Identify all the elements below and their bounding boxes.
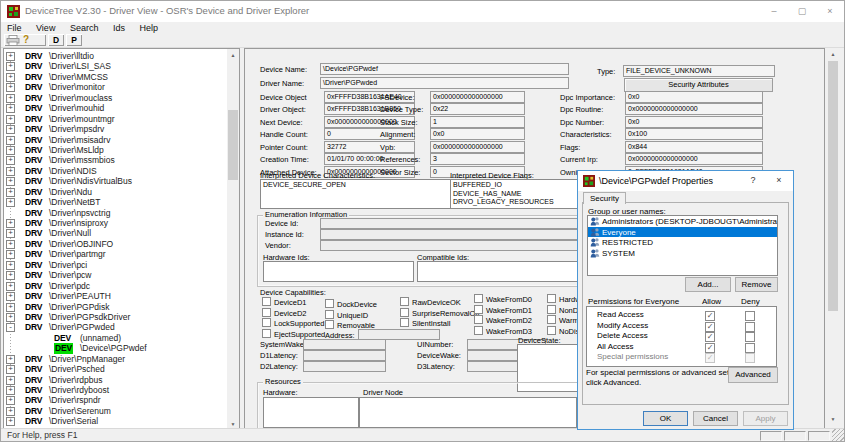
tree-row[interactable]: + DRV \Driver\Ndu — [4, 187, 227, 197]
resize-grip[interactable] — [832, 429, 844, 441]
checkbox-icon[interactable] — [547, 305, 556, 314]
tree-node-path[interactable]: \Driver\mssmbios — [49, 155, 115, 166]
tree-node-path[interactable]: \Driver\nsiproxy — [49, 218, 108, 229]
tree-node-path[interactable]: \Driver\PnpManager — [49, 354, 125, 365]
scroll-down-icon[interactable]: ▼ — [827, 413, 839, 425]
tree-node-path[interactable]: \Driver\MMCSS — [49, 72, 108, 83]
checkbox-icon[interactable] — [400, 308, 409, 317]
tree-node-path[interactable]: (unnamed) — [80, 333, 121, 344]
checkbox-icon[interactable] — [400, 297, 409, 306]
tree-expander-icon[interactable]: + — [6, 83, 15, 92]
tree-node-path[interactable]: \Driver\Ndu — [49, 187, 92, 198]
help-icon[interactable]: ? — [23, 35, 29, 45]
tree-row[interactable]: + DRV \Driver\PGPsdkDriver — [4, 312, 227, 322]
allow-checkbox-icon[interactable]: ✓ — [705, 322, 715, 332]
checkbox-icon[interactable] — [547, 294, 556, 303]
tree-node-path[interactable]: \Driver\NDIS — [49, 166, 97, 177]
tree-row[interactable]: + DRV \Driver\PEAUTH — [4, 291, 227, 301]
tree-expander-icon[interactable]: + — [6, 407, 15, 416]
tree-row[interactable]: + DRV \Driver\Psched — [4, 364, 227, 374]
tree-node-path[interactable]: \Driver\PGPwded — [49, 322, 115, 333]
tree-expander-icon[interactable]: + — [6, 146, 15, 155]
tree-expander-icon[interactable]: + — [6, 282, 15, 291]
deny-checkbox-icon[interactable] — [745, 343, 755, 353]
tree-row[interactable]: + DRV \Driver\NdisVirtualBus — [4, 176, 227, 186]
tree-row[interactable]: + DRV \Driver\MsLldp — [4, 145, 227, 155]
tree-node-path[interactable]: \Driver\rdpbus — [49, 375, 102, 386]
tree-node-path[interactable]: \Driver\OBJINFO — [49, 239, 113, 250]
driver-view-button[interactable]: D — [48, 34, 64, 46]
tree-expander-icon[interactable]: + — [6, 198, 15, 207]
checkbox-icon[interactable] — [474, 326, 483, 335]
dialog-close-button[interactable]: × — [767, 171, 791, 191]
tree-row[interactable]: + DRV \Driver\mouhid — [4, 103, 227, 113]
tree-node-path[interactable]: \Driver\rspndr — [49, 395, 100, 406]
checkbox-icon[interactable] — [262, 297, 271, 306]
tree-node-path[interactable]: \Driver\msisadrv — [49, 135, 110, 146]
tree-expander-icon[interactable]: + — [6, 188, 15, 197]
remove-button[interactable]: Remove — [735, 277, 778, 292]
print-icon[interactable] — [6, 35, 20, 46]
tree-node-path[interactable]: \Driver\mouclass — [49, 93, 112, 104]
tree-scrollbar[interactable]: ▲ ▼ — [227, 49, 239, 430]
checkbox-icon[interactable] — [325, 310, 334, 319]
tree-row[interactable]: + DRV \Driver\LSI_SAS — [4, 61, 227, 71]
tree-row[interactable]: + DRV \Driver\OBJINFO — [4, 239, 227, 249]
tree-row[interactable]: + DRV \Driver\lltdio — [4, 51, 227, 61]
tree-row[interactable]: + DRV \Driver\monitor — [4, 82, 227, 92]
tree-row[interactable]: + DRV \Driver\PGPdisk — [4, 302, 227, 312]
tree-node-path[interactable]: \Driver\lltdio — [49, 51, 94, 62]
tree-node-path[interactable]: \Driver\Psched — [49, 364, 105, 375]
tree-row[interactable]: + DRV \Driver\pcw — [4, 270, 227, 280]
menu-item[interactable]: File — [1, 22, 28, 34]
group-list-item[interactable]: Administrators (DESKTOP-JDBOUGT\Administ… — [588, 216, 777, 227]
tree-row[interactable]: + DRV \Driver\nsiproxy — [4, 218, 227, 228]
tree-node-path[interactable]: \Driver\partmgr — [49, 249, 106, 260]
tree-expander-icon[interactable]: + — [6, 271, 15, 280]
checkbox-icon[interactable] — [547, 326, 556, 335]
tree-node-path[interactable]: \Driver\mouhid — [49, 103, 104, 114]
tree-expander-icon[interactable]: + — [6, 250, 15, 259]
tree-expander-icon[interactable]: + — [6, 52, 15, 61]
tree-node-path[interactable]: \Driver\mpsdrv — [49, 124, 104, 135]
tree-row[interactable]: + DRV \Driver\pdc — [4, 281, 227, 291]
tree-row[interactable]: + DRV \Driver\mssmbios — [4, 155, 227, 165]
tree-expander-icon[interactable]: + — [6, 177, 15, 186]
detail-scrollbar-thumb[interactable] — [828, 61, 838, 311]
checkbox-icon[interactable] — [262, 318, 271, 327]
tree-row[interactable]: + DRV \Driver\mountmgr — [4, 114, 227, 124]
tree-node-path[interactable]: \Driver\pdc — [49, 281, 90, 292]
tree-row[interactable]: + DRV \Driver\NDIS — [4, 166, 227, 176]
deny-checkbox-icon[interactable] — [745, 332, 755, 342]
tree-row[interactable]: + DRV \Driver\rspndr — [4, 395, 227, 405]
checkbox-icon[interactable] — [400, 318, 409, 327]
tree-expander-icon[interactable]: + — [6, 136, 15, 145]
pnp-view-button[interactable]: P — [66, 34, 82, 46]
tree-expander-icon[interactable]: + — [6, 156, 15, 165]
tree-expander-icon[interactable]: + — [6, 386, 15, 395]
allow-checkbox-icon[interactable]: ✓ — [705, 343, 715, 353]
checkbox-icon[interactable] — [325, 320, 334, 329]
tree-row[interactable]: + DRV \Driver\Null — [4, 228, 227, 238]
tree-scrollbar-thumb[interactable] — [228, 110, 238, 180]
add-button[interactable]: Add... — [685, 277, 731, 292]
tree-row[interactable]: DRV \Driver\npsvctrig — [4, 208, 227, 218]
menu-item[interactable]: View — [30, 22, 61, 34]
minimize-button[interactable]: – — [760, 1, 788, 22]
detail-scrollbar[interactable]: ▲ ▼ — [827, 48, 839, 431]
ok-button[interactable]: OK — [643, 411, 688, 426]
tree-expander-icon[interactable]: + — [6, 115, 15, 124]
tree-node-path[interactable]: \Driver\Serial — [49, 416, 98, 427]
tree-node-path[interactable]: \Driver\PEAUTH — [49, 291, 111, 302]
close-button[interactable]: × — [816, 1, 844, 22]
tree-expander-icon[interactable]: + — [6, 396, 15, 405]
tree-row[interactable]: DEV \Device\PGPwdef — [4, 343, 227, 353]
menu-item[interactable]: Search — [64, 22, 105, 34]
tab-security[interactable]: Security — [583, 192, 626, 204]
checkbox-icon[interactable] — [474, 315, 483, 324]
group-list-item[interactable]: RESTRICTED — [588, 237, 777, 248]
tree-row[interactable]: + DRV \Driver\rdyboost — [4, 385, 227, 395]
allow-checkbox-icon[interactable]: ✓ — [705, 311, 715, 321]
scroll-up-icon[interactable]: ▲ — [227, 49, 239, 61]
tree-expander-icon[interactable]: - — [6, 323, 15, 332]
